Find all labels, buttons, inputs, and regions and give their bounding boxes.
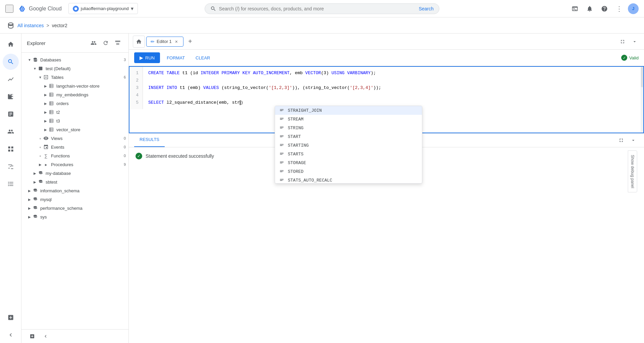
sidebar-collapse-button[interactable] [3,327,19,343]
editor-tab-1[interactable]: ✏ Editor 1 × [146,37,183,47]
sidebar-flow-button[interactable] [3,89,19,105]
my-database-label: my-database [46,171,126,176]
breadcrumb-current: vector2 [52,23,67,28]
sidebar-settings-button[interactable] [3,158,19,175]
format-button[interactable]: FORMAT [163,53,189,63]
autocomplete-item-5[interactable]: STARTS [275,150,422,158]
tree-item-views[interactable]: ● Views 0 ⋮ [21,134,128,143]
hamburger-menu-button[interactable] [5,5,13,13]
refresh-button[interactable] [100,38,111,48]
tree-item-t2[interactable]: ▶ t2 ⋮ [21,108,128,116]
success-icon: ✓ [136,153,142,159]
arrow-right-icon: ▶ [43,118,48,124]
procedures-icon: ▸ [43,161,49,167]
tree-item-tables[interactable]: ▼ Tables 6 ⋮ [21,73,128,82]
expand-editor-button[interactable] [617,36,628,47]
tree-item-mysql[interactable]: ▶ mysql ⋮ [21,195,128,204]
autocomplete-item-7[interactable]: STORED [275,167,422,176]
add-schema-button[interactable] [88,38,99,48]
arrow-right-icon: ● [38,153,43,158]
tree-item-functions[interactable]: ● ∑ Functions 0 ⋮ [21,151,128,160]
sidebar-list-button[interactable] [3,176,19,192]
autocomplete-item-8[interactable]: STATS_AUTO_RECALC [275,176,422,183]
sidebar-grid-button[interactable] [3,141,19,157]
collapse-expand-button[interactable] [40,332,51,340]
chevron-down-results-button[interactable] [628,135,639,146]
project-selector[interactable]: juliaofferman-playground ▾ [68,3,138,14]
avatar[interactable]: J [628,3,639,14]
tree-item-embeddings[interactable]: ▶ my_embeddings ⋮ [21,90,128,99]
autocomplete-item-text: STARTING [288,143,309,148]
arrow-right-icon: ▶ [27,197,32,202]
add-tab-button[interactable]: + [185,36,196,47]
tree-item-perf-schema[interactable]: ▶ performance_schema ⋮ [21,204,128,212]
home-tab[interactable] [133,36,145,48]
tree-item-sbtest[interactable]: ▶ sbtest ⋮ [21,178,128,186]
autocomplete-item-text: STRING [288,126,304,131]
database-icon [32,196,38,202]
play-icon: ▶ [140,55,143,60]
sidebar-reports-button[interactable] [3,106,19,122]
database-icon [32,205,38,211]
tree-item-events[interactable]: ● Events 0 ⋮ [21,143,128,151]
sidebar-monitoring-button[interactable] [3,71,19,87]
explorer-title: Explorer [27,40,88,46]
tree-item-info-schema[interactable]: ▶ information_schema ⋮ [21,186,128,195]
sidebar-home-button[interactable] [3,36,19,52]
search-input[interactable] [219,6,416,11]
databases-label: Databases [40,57,122,62]
autocomplete-dropdown[interactable]: STRAIGHT_JOINSTREAMSTRINGSTARTSTARTINGST… [275,106,422,184]
tree-item-t3[interactable]: ▶ t3 ⋮ [21,116,128,125]
autocomplete-item-text: STREAM [288,117,304,122]
editor-scrollbar[interactable] [641,67,643,133]
svg-rect-13 [50,110,53,114]
tree-item-sys[interactable]: ▶ sys ⋮ [21,212,128,221]
table-row-icon [48,127,54,133]
table-row-icon [48,92,54,98]
autocomplete-item-4[interactable]: STARTING [275,141,422,150]
editor-tab-close[interactable]: × [174,39,179,44]
tree-item-test[interactable]: ▼ test (Default) ⋮ [21,64,128,73]
chevron-down-button[interactable] [629,36,640,47]
autocomplete-item-text: STATS_AUTO_RECALC [288,178,332,183]
autocomplete-sql-icon [279,151,284,157]
fullscreen-results-button[interactable] [616,135,627,146]
terminal-button[interactable] [569,3,581,15]
breadcrumb-all-instances[interactable]: All instances [17,23,44,28]
debug-panel-tab[interactable]: Show debug panel [628,150,637,192]
code-content[interactable]: CREATE TABLE t1 (id INTEGER PRIMARY KEY … [143,67,643,109]
autocomplete-item-2[interactable]: STRING [275,124,422,132]
sidebar-add-button[interactable] [3,309,19,326]
autocomplete-item-6[interactable]: STORAGE [275,158,422,167]
autocomplete-sql-icon [279,125,284,131]
procedures-count: 9 [124,162,126,166]
tree-item-langchain[interactable]: ▶ langchain-vector-store ⋮ [21,82,128,90]
tab-right-actions [617,36,640,47]
results-tab[interactable]: RESULTS [134,134,165,147]
more-options-button[interactable]: ⋮ [613,3,625,15]
run-button[interactable]: ▶ RUN [134,52,160,63]
add-connection-button[interactable] [27,332,38,340]
arrow-right-icon: ▶ [32,179,38,185]
tree-item-orders[interactable]: ▶ orders ⋮ [21,99,128,108]
autocomplete-item-3[interactable]: START [275,132,422,141]
events-icon [43,144,49,150]
collapse-tree-button[interactable] [112,38,123,48]
notifications-button[interactable] [584,3,596,15]
autocomplete-item-0[interactable]: STRAIGHT_JOIN [275,106,422,115]
help-button[interactable] [598,3,610,15]
autocomplete-item-1[interactable]: STREAM [275,115,422,124]
autocomplete-sql-icon [279,160,284,165]
search-bar[interactable]: Search [205,3,439,14]
tree-item-procedures[interactable]: ▶ ▸ Procedures 9 ⋮ [21,160,128,169]
clear-button[interactable]: CLEAR [192,53,214,63]
tree-item-my-database[interactable]: ▶ my-database ⋮ [21,169,128,178]
icon-sidebar [0,34,21,343]
tree-item-vector-store[interactable]: ▶ vector_store ⋮ [21,125,128,134]
sidebar-search-button[interactable] [3,54,19,70]
sidebar-users-button[interactable] [3,124,19,140]
search-button[interactable]: Search [419,6,433,11]
arrow-right-icon: ▶ [38,162,43,167]
tree-item-databases[interactable]: ▼ Databases 3 ⋮ [21,55,128,64]
vector-store-label: vector_store [56,127,126,132]
